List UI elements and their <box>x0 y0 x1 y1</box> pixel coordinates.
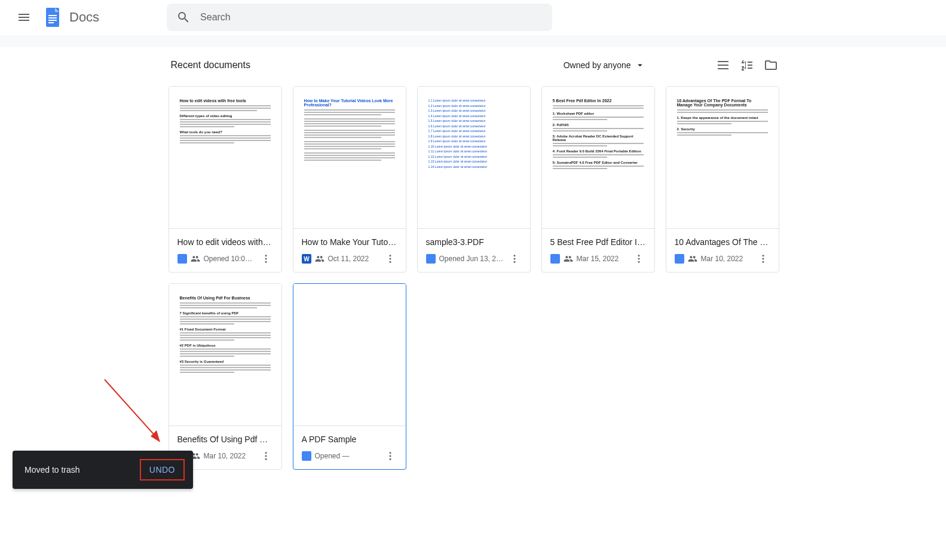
header-divider <box>0 35 946 47</box>
document-preview: 5 Best Free Pdf Editor In 20221: Workshe… <box>542 87 654 228</box>
svg-point-37 <box>762 261 764 263</box>
svg-point-11 <box>265 261 267 263</box>
svg-point-21 <box>513 255 515 256</box>
document-more-button[interactable] <box>383 252 397 266</box>
svg-rect-34 <box>676 260 681 261</box>
svg-rect-47 <box>304 455 310 457</box>
undo-button[interactable]: UNDO <box>140 459 185 481</box>
document-date: Opened 10:04 AM <box>204 255 255 263</box>
hamburger-icon <box>17 10 31 25</box>
docs-file-icon <box>550 254 560 264</box>
document-meta: Opened — <box>302 449 397 463</box>
more-vert-icon <box>385 253 396 264</box>
document-meta: Mar 15, 2022 <box>550 252 646 266</box>
more-vert-icon <box>509 253 520 264</box>
svg-line-52 <box>105 380 157 437</box>
svg-point-30 <box>638 261 639 263</box>
document-title: sample3-3.PDF <box>426 237 522 247</box>
list-view-button[interactable] <box>716 58 730 72</box>
document-preview: How to edit videos with free toolsDiffer… <box>169 87 281 228</box>
open-file-picker-button[interactable] <box>764 58 778 72</box>
document-card[interactable]: How to edit videos with free toolsDiffer… <box>169 86 282 273</box>
svg-point-51 <box>389 458 391 460</box>
annotation-arrow <box>102 377 167 451</box>
preview-title: How to Make Your Tutorial Videos Look Mo… <box>304 99 395 107</box>
document-title: 5 Best Free Pdf Editor In ... <box>550 237 646 247</box>
document-more-button[interactable] <box>632 252 646 266</box>
document-more-button[interactable] <box>259 449 273 463</box>
document-card[interactable]: Benefits Of Using Pdf For Business7 Sign… <box>169 283 282 470</box>
svg-point-22 <box>513 258 515 260</box>
section-title: Recent documents <box>171 60 250 71</box>
document-date: Mar 10, 2022 <box>204 452 255 460</box>
docs-file-icon <box>177 254 187 264</box>
svg-point-50 <box>389 455 391 457</box>
document-card[interactable]: 5 Best Free Pdf Editor In 20221: Workshe… <box>541 86 655 273</box>
more-vert-icon <box>633 253 644 264</box>
search-icon <box>176 10 191 25</box>
preview-title: Benefits Of Using Pdf For Business <box>180 296 271 300</box>
svg-rect-27 <box>552 260 556 261</box>
search-input[interactable] <box>200 12 543 23</box>
list-view-icon <box>716 58 730 72</box>
svg-point-14 <box>389 255 391 256</box>
svg-rect-8 <box>179 260 183 261</box>
document-title: 10 Advantages Of The PD... <box>675 237 770 247</box>
svg-point-16 <box>389 261 391 263</box>
section-header: Recent documents Owned by anyone <box>169 56 778 74</box>
svg-rect-32 <box>676 256 682 258</box>
svg-rect-6 <box>179 256 185 258</box>
svg-point-49 <box>389 452 391 454</box>
document-preview: Benefits Of Using Pdf For Business7 Sign… <box>169 284 281 426</box>
document-meta: Opened Jun 13, 2022 <box>426 252 522 266</box>
app-name: Docs <box>69 10 99 25</box>
preview-title: 5 Best Free Pdf Editor In 2022 <box>553 99 644 103</box>
svg-point-28 <box>638 255 639 256</box>
svg-point-35 <box>762 255 764 256</box>
document-more-button[interactable] <box>383 449 397 463</box>
document-info: A PDF SampleOpened — <box>293 426 406 469</box>
preview-title: How to edit videos with free tools <box>180 99 271 103</box>
document-card[interactable]: A PDF SampleOpened — <box>293 283 406 470</box>
document-card[interactable]: 10 Advantages Of The PDF Format To Manag… <box>666 86 779 273</box>
toast-message: Moved to trash <box>25 465 140 475</box>
docs-logo[interactable] <box>41 5 65 29</box>
document-info: How to edit videos with f...Opened 10:04… <box>169 228 281 272</box>
docs-file-icon <box>426 254 436 264</box>
svg-rect-3 <box>48 20 57 21</box>
ownership-filter-dropdown[interactable]: Owned by anyone <box>559 56 650 74</box>
svg-rect-7 <box>179 258 185 259</box>
search-box[interactable] <box>167 4 552 31</box>
more-vert-icon <box>385 451 396 461</box>
preview-title: 10 Advantages Of The PDF Format To Manag… <box>677 99 768 107</box>
svg-text:W: W <box>304 256 310 262</box>
shared-icon <box>564 254 573 264</box>
document-meta: WOct 11, 2022 <box>302 252 397 266</box>
main-menu-button[interactable] <box>10 3 38 32</box>
document-card[interactable]: 1.1 Lorem ipsum dolor sit amet consectet… <box>417 86 531 273</box>
svg-point-15 <box>389 258 391 260</box>
shared-icon <box>191 254 200 264</box>
document-more-button[interactable] <box>259 252 273 266</box>
svg-rect-26 <box>552 258 558 259</box>
sort-button[interactable] <box>740 58 754 72</box>
document-meta: Opened 10:04 AM <box>177 252 273 266</box>
document-date: Oct 11, 2022 <box>328 255 379 263</box>
document-date: Opened — <box>315 452 379 460</box>
app-header: Docs <box>0 0 946 35</box>
document-info: 10 Advantages Of The PD...Mar 10, 2022 <box>666 228 779 272</box>
svg-rect-46 <box>304 454 310 455</box>
filter-label: Owned by anyone <box>564 60 631 70</box>
svg-rect-19 <box>428 258 434 259</box>
svg-rect-4 <box>48 22 54 23</box>
toast-notification: Moved to trash UNDO <box>13 451 193 489</box>
document-more-button[interactable] <box>507 252 522 266</box>
document-card[interactable]: How to Make Your Tutorial Videos Look Mo… <box>293 86 406 273</box>
svg-rect-20 <box>428 260 432 261</box>
document-more-button[interactable] <box>756 252 770 266</box>
docs-file-icon <box>675 254 684 264</box>
svg-rect-2 <box>48 17 57 19</box>
docs-logo-icon <box>42 7 63 28</box>
svg-rect-1 <box>48 15 57 16</box>
svg-point-44 <box>265 458 267 460</box>
